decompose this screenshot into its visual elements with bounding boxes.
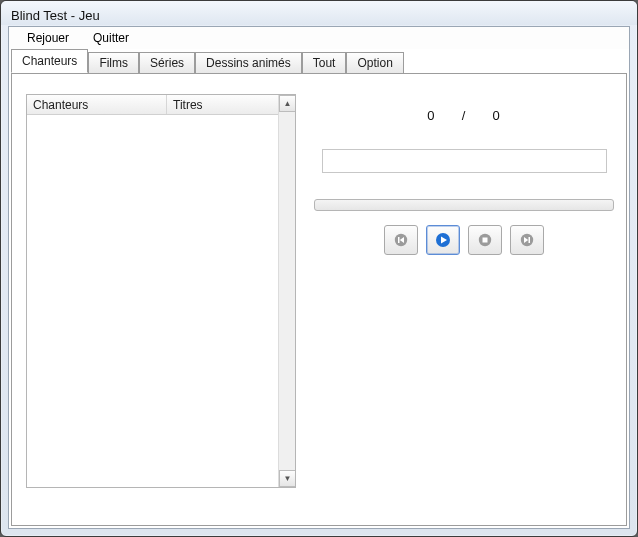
menu-quit[interactable]: Quitter bbox=[81, 28, 141, 48]
score-total: 0 bbox=[483, 108, 511, 123]
left-pane: Chanteurs Titres ▲ ▼ bbox=[26, 94, 296, 488]
listview-headers: Chanteurs Titres bbox=[27, 95, 295, 115]
song-listview[interactable]: Chanteurs Titres ▲ ▼ bbox=[26, 94, 296, 488]
client-area: Rejouer Quitter Chanteurs Films Séries D… bbox=[8, 26, 630, 529]
media-controls bbox=[312, 225, 616, 255]
tab-chanteurs[interactable]: Chanteurs bbox=[11, 49, 88, 73]
scroll-down-button[interactable]: ▼ bbox=[279, 470, 296, 487]
menu-replay[interactable]: Rejouer bbox=[15, 28, 81, 48]
app-window: Blind Test - Jeu Rejouer Quitter Chanteu… bbox=[0, 0, 638, 537]
listview-body bbox=[27, 115, 278, 487]
tab-dessins[interactable]: Dessins animés bbox=[195, 52, 302, 74]
play-icon bbox=[435, 232, 451, 248]
tab-films[interactable]: Films bbox=[88, 52, 139, 74]
stop-icon bbox=[478, 233, 492, 247]
score-current: 0 bbox=[417, 108, 445, 123]
previous-icon bbox=[394, 233, 408, 247]
previous-button[interactable] bbox=[384, 225, 418, 255]
svg-rect-9 bbox=[529, 237, 531, 243]
answer-input[interactable] bbox=[322, 149, 607, 173]
scroll-up-button[interactable]: ▲ bbox=[279, 95, 296, 112]
score-separator: / bbox=[450, 108, 478, 123]
column-titres[interactable]: Titres bbox=[167, 95, 295, 114]
svg-rect-1 bbox=[398, 237, 400, 243]
tab-tout[interactable]: Tout bbox=[302, 52, 347, 74]
menubar: Rejouer Quitter bbox=[9, 27, 629, 49]
titlebar[interactable]: Blind Test - Jeu bbox=[1, 1, 637, 25]
column-chanteurs[interactable]: Chanteurs bbox=[27, 95, 167, 114]
stop-button[interactable] bbox=[468, 225, 502, 255]
tabstrip: Chanteurs Films Séries Dessins animés To… bbox=[9, 49, 629, 73]
next-icon bbox=[520, 233, 534, 247]
progress-bar bbox=[314, 199, 614, 211]
tab-option[interactable]: Option bbox=[346, 52, 403, 74]
svg-rect-6 bbox=[483, 238, 488, 243]
score-display: 0 / 0 bbox=[312, 108, 616, 123]
tabpanel-chanteurs: Chanteurs Titres ▲ ▼ 0 / 0 bbox=[11, 73, 627, 526]
right-pane: 0 / 0 bbox=[312, 94, 616, 255]
vertical-scrollbar[interactable]: ▲ ▼ bbox=[278, 95, 295, 487]
play-button[interactable] bbox=[426, 225, 460, 255]
next-button[interactable] bbox=[510, 225, 544, 255]
window-title: Blind Test - Jeu bbox=[11, 8, 100, 23]
tab-series[interactable]: Séries bbox=[139, 52, 195, 74]
